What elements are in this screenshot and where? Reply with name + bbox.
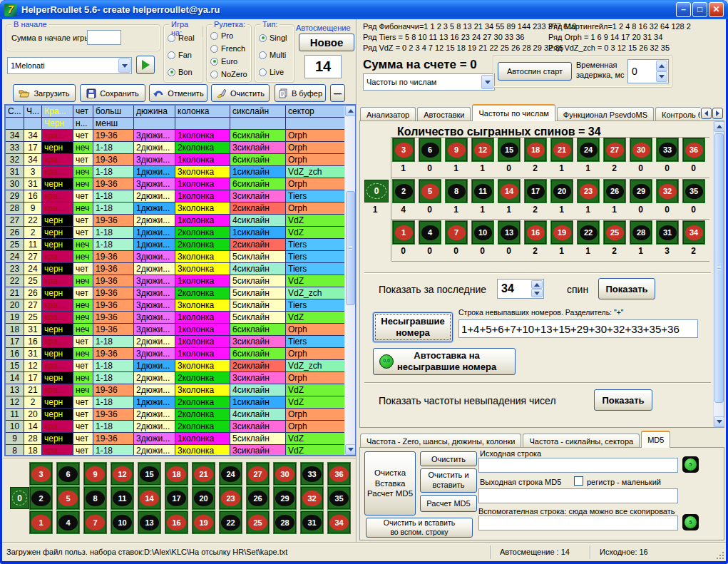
table-cell[interactable]: 5сиклайн [230,312,286,324]
board-number-33[interactable]: 33 [657,138,678,161]
table-cell[interactable]: 19-36 [93,348,134,360]
board-number-31[interactable]: 31 [657,221,678,244]
table-cell[interactable]: черн [42,409,73,421]
radio-option-euro[interactable]: Euro [210,57,250,66]
table-cell[interactable]: 4сиклайн [230,384,286,396]
table-cell[interactable]: 24 [24,263,42,275]
board-number-7[interactable]: 7 [446,221,467,244]
table-cell[interactable]: 1колонка [175,336,230,348]
play-button[interactable] [136,56,155,74]
board-number-12[interactable]: 12 [111,463,133,485]
table-cell[interactable]: кра... [42,130,73,142]
table-cell[interactable]: 5сиклайн [230,251,286,263]
table-cell[interactable]: 3дюжи... [134,433,175,445]
table-row[interactable]: 1925кра...неч19-363дюжи...1колонка5сикла… [6,312,355,324]
table-cell[interactable]: чет [73,421,93,433]
md5-icon-button[interactable]: 5 [682,514,699,530]
table-cell[interactable]: черн [42,178,73,190]
table-cell[interactable]: 30 [6,178,24,190]
spin-down-icon[interactable] [656,71,667,82]
table-cell[interactable]: 21 [24,384,42,396]
table-row[interactable]: 1512кра...чет1-181дюжи...3колонка2сиклай… [6,360,355,372]
board-number-8[interactable]: 8 [446,180,467,202]
board-number-14[interactable]: 14 [138,487,160,509]
table-cell[interactable]: черн [42,287,73,299]
table-cell[interactable]: 4сиклайн [230,215,286,227]
table-cell[interactable]: 1колонка [175,348,230,360]
table-cell[interactable]: 9 [6,433,24,445]
board-number-35[interactable]: 35 [328,487,350,509]
table-cell[interactable]: 26 [6,227,24,239]
table-cell[interactable]: 16 [24,190,42,202]
autospin-start-button[interactable]: Автоспин старт [498,62,572,81]
table-cell[interactable]: 1колонка [175,215,230,227]
table-cell[interactable]: неч [73,239,93,251]
board-number-28[interactable]: 28 [274,511,296,533]
table-cell[interactable]: чет [73,287,93,299]
tab-2[interactable]: Автоставки [417,107,471,121]
table-cell[interactable]: 1дюжи... [134,227,175,239]
table-cell[interactable]: 2колонка [175,421,230,433]
table-row[interactable]: 2427кра...неч19-363дюжи...3колонка5сикла… [6,251,355,263]
table-cell[interactable]: черн [42,227,73,239]
radio-option-live[interactable]: Live [259,68,292,76]
table-cell[interactable]: чет [73,433,93,445]
board-number-29[interactable]: 29 [274,487,296,509]
board-number-32[interactable]: 32 [657,180,678,202]
board-number-17[interactable]: 17 [525,180,546,202]
board-number-3[interactable]: 3 [30,463,52,485]
board-number-10[interactable]: 10 [111,511,133,533]
missing-numbers-button[interactable]: Несыгравшие номера [373,312,453,342]
table-row[interactable]: 3234кра...чет19-363дюжи...1колонка6сикла… [6,154,355,166]
table-cell[interactable]: 15 [6,360,24,372]
board-number-21[interactable]: 21 [551,138,573,161]
board-number-18[interactable]: 18 [165,463,188,485]
table-cell[interactable]: 3колонка [175,202,230,215]
chevron-down-icon[interactable] [481,75,493,89]
table-cell[interactable]: 19-36 [93,154,134,166]
close-button[interactable]: ✕ [709,2,724,17]
table-row[interactable]: 313кра...неч1-181дюжи...3колонка1сиклайн… [6,166,355,178]
table-cell[interactable]: кра... [42,275,73,287]
table-cell[interactable]: 19-36 [93,299,134,312]
table-cell[interactable]: кра... [42,154,73,166]
table-cell[interactable]: 2дюжи... [134,445,175,456]
autobet-missing-button[interactable]: Автоставка на несыгравшие номера [373,348,516,375]
table-cell[interactable]: 2колонка [175,227,230,239]
table-cell[interactable]: 1колонка [175,324,230,336]
tab-3[interactable]: Частоты по числам [472,104,555,121]
board-number-28[interactable]: 28 [630,221,652,244]
toolbar-button-6[interactable]: — [330,84,345,102]
board-number-15[interactable]: 15 [138,463,160,485]
radio-option-real[interactable]: Real [168,34,201,42]
board-number-35[interactable]: 35 [683,180,704,202]
md5-source-input[interactable] [478,458,678,473]
table-cell[interactable]: неч [73,251,93,263]
radio-option-singl[interactable]: Singl [259,34,292,42]
board-number-11[interactable]: 11 [472,180,493,202]
table-cell[interactable]: 1-18 [93,445,134,456]
table-cell[interactable]: черн [42,324,73,336]
table-cell[interactable]: 3колонка [175,445,230,456]
board-number-10[interactable]: 10 [472,221,493,244]
resize-grip[interactable] [716,551,724,560]
table-cell[interactable]: 11 [6,409,24,421]
bottom-tab-3[interactable]: MD5 [641,431,670,448]
table-cell[interactable]: 2дюжи... [134,384,175,396]
board-number-25[interactable]: 25 [604,221,625,244]
board-number-16[interactable]: 16 [165,511,188,533]
table-cell[interactable]: 4сиклайн [230,263,286,275]
table-cell[interactable]: черн [42,433,73,445]
table-cell[interactable]: 3сиклайн [230,336,286,348]
scroll-up-icon[interactable] [345,106,356,116]
spin-up-icon[interactable] [531,280,543,289]
board-number-6[interactable]: 6 [57,463,79,485]
table-cell[interactable]: 2колонка [175,239,230,251]
scroll-up-icon[interactable] [714,121,724,132]
table-cell[interactable]: 3сиклайн [230,190,286,202]
board-number-26[interactable]: 26 [247,487,269,509]
table-cell[interactable]: 28 [24,433,42,445]
board-number-9[interactable]: 9 [84,463,106,485]
toolbar-button-2[interactable]: Сохранить [80,84,145,102]
toolbar-button-4[interactable]: Очистить [211,84,270,102]
